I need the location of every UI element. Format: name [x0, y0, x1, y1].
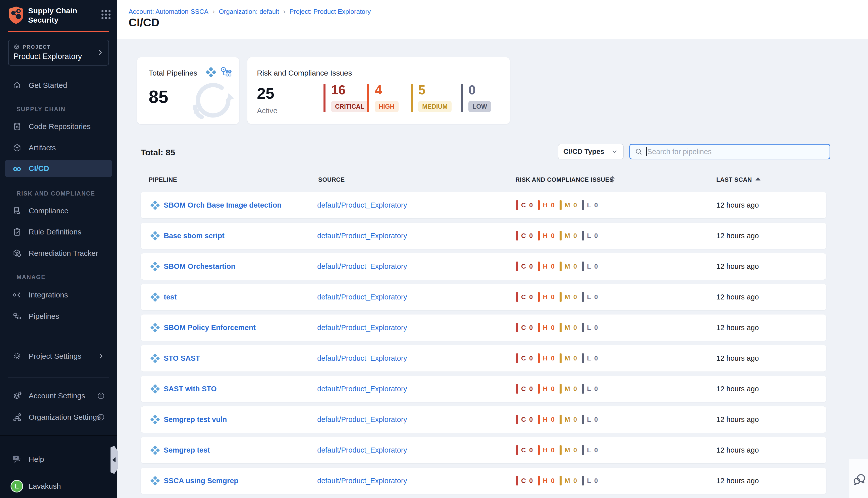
sidebar-divider	[8, 337, 109, 337]
search-icon	[635, 148, 643, 156]
package-icon	[12, 143, 22, 153]
last-scan-value: 12 hours ago	[716, 262, 759, 271]
help-label: Help	[29, 455, 44, 463]
pipeline-table-row[interactable]: Semgrep test default/Product_Exploratory…	[141, 437, 826, 463]
sidebar-item-code-repositories[interactable]: Code Repositories	[5, 118, 112, 135]
pipeline-name-link[interactable]: SSCA using Semgrep	[164, 477, 238, 485]
pipeline-source-link[interactable]: default/Product_Exploratory	[317, 262, 407, 271]
pipeline-name-link[interactable]: SBOM Orchestartion	[164, 262, 235, 271]
risk-chip-critical: C 0	[516, 353, 533, 363]
pipeline-source-link[interactable]: default/Product_Exploratory	[317, 416, 407, 424]
pipeline-name-link[interactable]: Semgrep test	[164, 446, 210, 454]
harness-pipeline-icon	[150, 445, 160, 456]
chat-bubbles-icon[interactable]	[853, 472, 867, 486]
sidebar-item-integrations[interactable]: Integrations	[5, 286, 112, 304]
pipeline-table-row[interactable]: SBOM Policy Enforcement default/Product_…	[141, 315, 826, 341]
pipeline-table-row[interactable]: Base sbom script default/Product_Explora…	[141, 223, 826, 249]
pipeline-source-link[interactable]: default/Product_Exploratory	[317, 446, 407, 454]
project-selector-name: Product Exploratory	[14, 52, 103, 61]
medium-badge: MEDIUM	[418, 101, 452, 112]
critical-badge: CRITICAL	[331, 101, 368, 112]
sidebar-item-rule-definitions[interactable]: Rule Definitions	[5, 223, 112, 241]
pipeline-table-row[interactable]: test default/Product_Exploratory C 0H 0M…	[141, 284, 826, 310]
risk-issues-label: Risk and Compliance Issues	[257, 69, 352, 77]
sidebar-collapse-handle[interactable]	[111, 446, 118, 474]
critical-count: 16	[331, 84, 368, 95]
pipeline-source-link[interactable]: default/Product_Exploratory	[317, 232, 407, 240]
pipeline-name-link[interactable]: Base sbom script	[164, 232, 224, 240]
help-button[interactable]: Help	[5, 451, 112, 467]
risk-chip-medium: M 0	[560, 262, 578, 271]
pipeline-table-row[interactable]: SBOM Orchestartion default/Product_Explo…	[141, 253, 826, 280]
pipeline-source-link[interactable]: default/Product_Exploratory	[317, 385, 407, 393]
risk-chip-low: L 0	[582, 384, 598, 394]
info-icon[interactable]	[97, 392, 105, 400]
sidebar-item-account-settings[interactable]: Account Settings	[5, 387, 112, 405]
sort-risk-issues-icon[interactable]	[610, 176, 615, 183]
sidebar-footer: Help L Lavakush	[0, 435, 117, 498]
risk-chip-group: C 0H 0M 0L 0	[516, 231, 603, 240]
pipeline-table-row[interactable]: STO SAST default/Product_Exploratory C 0…	[141, 345, 826, 371]
risk-chip-medium: M 0	[560, 476, 578, 485]
chevron-down-icon	[611, 148, 618, 155]
pipeline-table-row[interactable]: SSCA using Semgrep default/Product_Explo…	[141, 468, 826, 494]
pipeline-table-row[interactable]: SBOM Orch Base Image detection default/P…	[141, 192, 826, 218]
breadcrumb-account[interactable]: Account: Automation-SSCA	[129, 8, 208, 16]
user-menu[interactable]: L Lavakush	[5, 478, 112, 495]
breadcrumb-organization[interactable]: Organization: default	[219, 8, 279, 16]
last-scan-value: 12 hours ago	[716, 354, 759, 363]
pipeline-name-link[interactable]: STO SAST	[164, 354, 200, 363]
severity-critical: 16 CRITICAL	[324, 84, 368, 112]
pipeline-source-link[interactable]: default/Product_Exploratory	[317, 477, 407, 485]
risk-chip-low: L 0	[582, 445, 598, 455]
sort-last-scan-icon[interactable]	[755, 177, 761, 181]
risk-chip-high: H 0	[538, 200, 555, 210]
breadcrumb: Account: Automation-SSCA › Organization:…	[129, 8, 371, 16]
cicd-types-dropdown[interactable]: CI/CD Types	[558, 144, 624, 159]
pipeline-name-link[interactable]: SBOM Policy Enforcement	[164, 324, 256, 332]
pipeline-name-link[interactable]: test	[164, 293, 177, 301]
sidebar-item-organization-settings[interactable]: Organization Settings	[5, 408, 112, 426]
info-icon[interactable]	[97, 413, 105, 421]
app-switcher-icon[interactable]	[102, 10, 111, 19]
risk-chip-high: H 0	[538, 353, 555, 363]
chevron-left-icon	[112, 457, 116, 462]
app-title: Supply Chain Security	[28, 6, 77, 25]
last-scan-value: 12 hours ago	[716, 385, 759, 393]
pipeline-table-row[interactable]: SAST with STO default/Product_Explorator…	[141, 376, 826, 402]
project-selector[interactable]: PROJECT Product Exploratory	[8, 40, 109, 66]
clipboard-check-icon	[12, 227, 22, 237]
sidebar-item-artifacts[interactable]: Artifacts	[5, 139, 112, 157]
main-area: Account: Automation-SSCA › Organization:…	[117, 0, 868, 498]
harness-pipeline-icon	[150, 475, 160, 486]
shield-logo-icon	[8, 6, 24, 25]
search-input[interactable]: Search for pipelines	[630, 144, 830, 159]
chevron-right-icon	[98, 353, 104, 360]
sidebar-item-remediation-tracker[interactable]: Remediation Tracker	[5, 245, 112, 262]
pipeline-source-link[interactable]: default/Product_Exploratory	[317, 354, 407, 363]
sidebar-item-pipelines[interactable]: Pipelines	[5, 307, 112, 325]
table-header: PIPELINE SOURCE RISK AND COMPLIANCE ISSU…	[117, 176, 868, 184]
pipeline-source-link[interactable]: default/Product_Exploratory	[317, 201, 407, 209]
breadcrumb-separator: ›	[212, 8, 215, 16]
risk-chip-low: L 0	[582, 476, 598, 485]
sidebar-item-cicd[interactable]: ∞ CI/CD	[5, 160, 112, 177]
sidebar-item-label: Project Settings	[29, 352, 81, 361]
pipeline-name-link[interactable]: SBOM Orch Base Image detection	[164, 201, 282, 209]
pipeline-name-link[interactable]: SAST with STO	[164, 385, 217, 393]
sidebar-item-project-settings[interactable]: Project Settings	[5, 348, 112, 365]
sidebar-item-compliance[interactable]: Compliance	[5, 202, 112, 220]
risk-chip-medium: M 0	[560, 384, 578, 394]
total-pipelines-value: 85	[149, 87, 168, 107]
harness-pipeline-icon	[150, 414, 160, 425]
app-logo[interactable]: Supply Chain Security	[8, 6, 111, 25]
sidebar-item-label: Account Settings	[29, 392, 85, 400]
risk-chip-group: C 0H 0M 0L 0	[516, 200, 603, 210]
sidebar-item-get-started[interactable]: Get Started	[5, 77, 112, 94]
pipeline-table-row[interactable]: Semgrep test vuln default/Product_Explor…	[141, 406, 826, 433]
breadcrumb-project[interactable]: Project: Product Exploratory	[289, 8, 371, 16]
column-last-scan: LAST SCAN	[716, 176, 752, 183]
pipeline-source-link[interactable]: default/Product_Exploratory	[317, 293, 407, 301]
pipeline-source-link[interactable]: default/Product_Exploratory	[317, 324, 407, 332]
pipeline-name-link[interactable]: Semgrep test vuln	[164, 416, 227, 424]
